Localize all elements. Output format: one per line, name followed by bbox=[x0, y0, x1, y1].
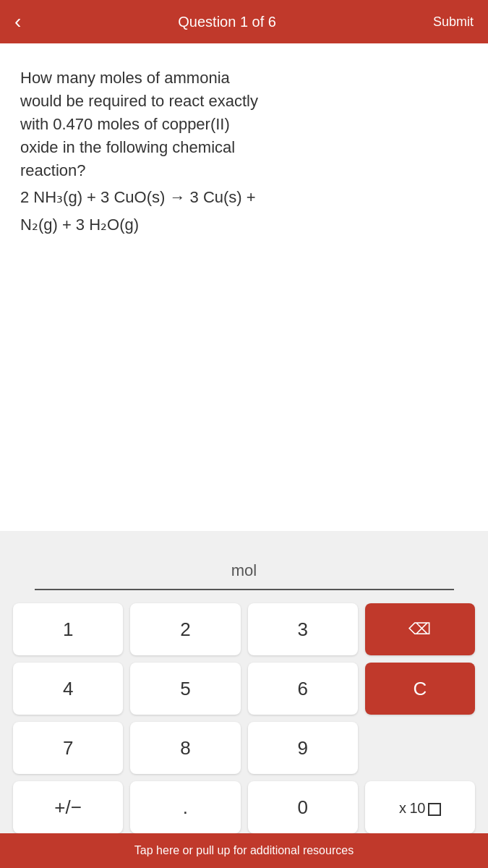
x10-label: x 10 bbox=[399, 798, 441, 817]
keypad-grid: 1 2 3 ⌫ 4 5 6 C 7 8 9 +/− . 0 x 10 bbox=[13, 603, 475, 833]
key-clear[interactable]: C bbox=[365, 663, 475, 715]
key-2[interactable]: 2 bbox=[130, 603, 240, 655]
backspace-icon: ⌫ bbox=[408, 620, 431, 639]
question-progress: Question 1 of 6 bbox=[178, 14, 276, 30]
question-line5: reaction? bbox=[20, 161, 86, 179]
equation-line2: N₂(g) + 3 H₂O(g) bbox=[20, 213, 468, 237]
question-line2: would be required to react exactly bbox=[20, 92, 258, 110]
key-9[interactable]: 9 bbox=[248, 722, 358, 774]
key-6[interactable]: 6 bbox=[248, 663, 358, 715]
key-1[interactable]: 1 bbox=[13, 603, 123, 655]
answer-display: mol bbox=[35, 553, 454, 590]
equation-line1: 2 NH₃(g) + 3 CuO(s) → 3 Cu(s) + bbox=[20, 186, 468, 209]
question-line4: oxide in the following chemical bbox=[20, 138, 235, 156]
key-8[interactable]: 8 bbox=[130, 722, 240, 774]
key-x10[interactable]: x 10 bbox=[365, 781, 475, 833]
key-5[interactable]: 5 bbox=[130, 663, 240, 715]
key-0[interactable]: 0 bbox=[248, 781, 358, 833]
input-display-area: mol 1 2 3 ⌫ 4 5 6 C 7 8 9 +/− . 0 bbox=[0, 531, 488, 833]
question-text: How many moles of ammonia would be requi… bbox=[20, 67, 468, 237]
key-3[interactable]: 3 bbox=[248, 603, 358, 655]
header: ‹ Question 1 of 6 Submit bbox=[0, 0, 488, 43]
question-area: How many moles of ammonia would be requi… bbox=[0, 43, 488, 531]
x10-box bbox=[428, 803, 441, 816]
key-plusminus[interactable]: +/− bbox=[13, 781, 123, 833]
question-line1: How many moles of ammonia bbox=[20, 69, 230, 87]
submit-button[interactable]: Submit bbox=[433, 14, 474, 30]
key-4[interactable]: 4 bbox=[13, 663, 123, 715]
key-empty bbox=[365, 722, 475, 774]
back-button[interactable]: ‹ bbox=[14, 12, 21, 32]
bottom-bar-text: Tap here or pull up for additional resou… bbox=[134, 844, 354, 857]
bottom-bar[interactable]: Tap here or pull up for additional resou… bbox=[0, 833, 488, 868]
question-line3: with 0.470 moles of copper(II) bbox=[20, 115, 230, 133]
keypad: 1 2 3 ⌫ 4 5 6 C 7 8 9 +/− . 0 x 10 bbox=[0, 590, 488, 833]
key-decimal[interactable]: . bbox=[130, 781, 240, 833]
key-7[interactable]: 7 bbox=[13, 722, 123, 774]
key-backspace[interactable]: ⌫ bbox=[365, 603, 475, 655]
answer-unit: mol bbox=[231, 561, 257, 580]
